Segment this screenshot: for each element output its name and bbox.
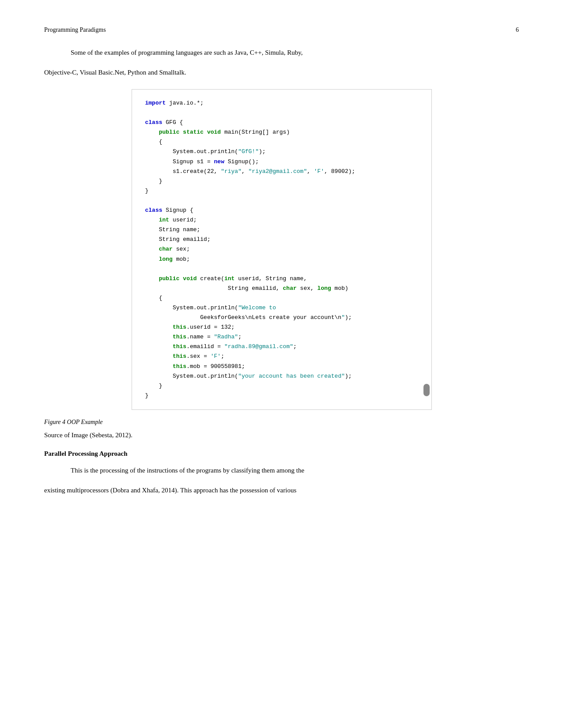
code-line-22: System.out.println("Welcome to [145, 303, 418, 313]
code-line-17: long mob; [145, 255, 418, 264]
code-line-13: int userid; [145, 215, 418, 225]
page: Programming Paradigms 6 Some of the exam… [0, 0, 563, 728]
code-line-21: { [145, 293, 418, 303]
scrollbar-indicator [423, 384, 430, 396]
code-line-6: System.out.println("GfG!"); [145, 147, 418, 157]
code-line-30: } [145, 381, 418, 391]
figure-caption: Figure 4 OOP Example [44, 419, 519, 426]
code-line-12: class Signup { [145, 206, 418, 215]
code-line-20: String emailid, char sex, long mob) [145, 284, 418, 293]
code-line-27: this.sex = 'F'; [145, 352, 418, 361]
code-line-1: import java.io.*; [145, 98, 418, 108]
code-line-8: s1.create(22, "riya", "riya2@gmail.com",… [145, 167, 418, 176]
code-line-31: } [145, 391, 418, 401]
intro-paragraph-line1: Some of the examples of programming lang… [44, 47, 519, 59]
code-line-19: public void create(int userid, String na… [145, 274, 418, 284]
code-line-9: } [145, 176, 418, 186]
section-heading: Parallel Processing Approach [44, 450, 519, 458]
header-page-number: 6 [516, 26, 519, 34]
code-line-3: class GFG { [145, 118, 418, 128]
code-block-wrapper: import java.io.*; class GFG { public sta… [44, 89, 519, 410]
code-line-24: this.userid = 132; [145, 323, 418, 332]
code-line-25: this.name = "Radha"; [145, 332, 418, 342]
code-line-26: this.emailid = "radha.89@gmail.com"; [145, 342, 418, 352]
code-line-blank3 [145, 264, 418, 274]
code-line-10: } [145, 186, 418, 196]
body-paragraph-line1: This is the processing of the instructio… [44, 465, 519, 477]
code-line-23: GeeksforGeeks\nLets create your account\… [145, 313, 418, 323]
intro-paragraph-line2: Objective-C, Visual Basic.Net, Python an… [44, 67, 519, 79]
code-block: import java.io.*; class GFG { public sta… [132, 89, 432, 410]
code-line-15: String emailid; [145, 235, 418, 244]
code-line-16: char sex; [145, 244, 418, 254]
code-line-14: String name; [145, 225, 418, 235]
header-title: Programming Paradigms [44, 26, 106, 34]
code-line-4: public static void main(String[] args) [145, 128, 418, 137]
body-paragraph-line2: existing multiprocessors (Dobra and Xhaf… [44, 484, 519, 496]
source-line: Source of Image (Sebesta, 2012). [44, 429, 519, 441]
code-line-28: this.mob = 900558981; [145, 362, 418, 372]
code-line-29: System.out.println("your account has bee… [145, 372, 418, 381]
code-line-blank2 [145, 196, 418, 206]
code-line-blank1 [145, 108, 418, 118]
code-line-7: Signup s1 = new Signup(); [145, 157, 418, 167]
code-line-5: { [145, 137, 418, 147]
page-header: Programming Paradigms 6 [44, 26, 519, 34]
